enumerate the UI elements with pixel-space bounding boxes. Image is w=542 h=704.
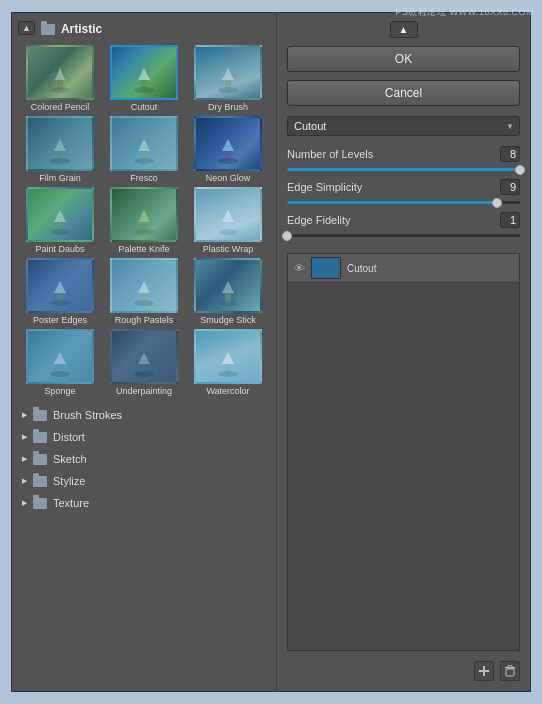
slider-label-fidelity: Edge Fidelity — [287, 214, 500, 226]
filter-item-smudge-stick[interactable]: Smudge Stick — [188, 258, 268, 325]
filter-label-underpainting: Underpainting — [116, 386, 172, 396]
category-item-stylize[interactable]: ▶ Stylize — [18, 470, 270, 492]
slider-label-levels: Number of Levels — [287, 148, 500, 160]
filter-label-palette-knife: Palette Knife — [118, 244, 169, 254]
svg-marker-3 — [138, 68, 150, 80]
svg-marker-9 — [54, 139, 66, 151]
svg-point-23 — [134, 229, 154, 235]
filter-item-watercolor[interactable]: Watercolor — [188, 329, 268, 396]
svg-rect-46 — [483, 666, 485, 676]
svg-marker-27 — [54, 281, 66, 293]
filter-thumb-cutout — [110, 45, 178, 100]
watermark-text: PS教程论坛 WWW.16XX8.COM — [395, 6, 534, 19]
svg-point-20 — [50, 229, 70, 235]
slider-track-levels — [287, 168, 520, 171]
new-layer-button[interactable] — [474, 661, 494, 681]
slider-thumb-levels[interactable] — [515, 165, 525, 175]
arrow-right-brush-strokes: ▶ — [22, 411, 27, 419]
filter-thumb-colored-pencil — [26, 45, 94, 100]
svg-point-35 — [218, 300, 238, 306]
left-panel: ▲ Artistic Colored Pencil — [12, 13, 277, 691]
filter-item-film-grain[interactable]: Film Grain — [20, 116, 100, 183]
category-item-sketch[interactable]: ▶ Sketch — [18, 448, 270, 470]
svg-rect-49 — [508, 666, 512, 668]
slider-value-fidelity: 1 — [500, 212, 520, 228]
svg-marker-42 — [222, 352, 234, 364]
svg-marker-33 — [222, 281, 234, 293]
svg-marker-21 — [138, 210, 150, 222]
filter-label-colored-pencil: Colored Pencil — [31, 102, 90, 112]
svg-marker-12 — [138, 139, 150, 151]
filter-label-paint-daubs: Paint Daubs — [35, 244, 84, 254]
filter-label-fresco: Fresco — [130, 173, 158, 183]
svg-rect-47 — [506, 669, 514, 676]
folder-icon-sketch — [33, 454, 47, 465]
filter-label-film-grain: Film Grain — [39, 173, 81, 183]
filter-item-plastic-wrap[interactable]: Plastic Wrap — [188, 187, 268, 254]
filter-thumb-watercolor — [194, 329, 262, 384]
layer-thumb-cutout — [311, 257, 341, 279]
svg-point-14 — [134, 158, 154, 164]
filter-thumb-poster-edges — [26, 258, 94, 313]
arrow-right-sketch: ▶ — [22, 455, 27, 463]
filter-item-rough-pastels[interactable]: Rough Pastels — [104, 258, 184, 325]
folder-icon-stylize — [33, 476, 47, 487]
arrow-right-stylize: ▶ — [22, 477, 27, 485]
bottom-toolbar — [287, 657, 520, 683]
slider-thumb-fidelity[interactable] — [282, 231, 292, 241]
svg-point-41 — [134, 371, 154, 377]
svg-point-11 — [50, 158, 70, 164]
filter-label-cutout: Cutout — [131, 102, 158, 112]
slider-thumb-simplicity[interactable] — [492, 198, 502, 208]
filter-thumb-underpainting — [110, 329, 178, 384]
category-item-distort[interactable]: ▶ Distort — [18, 426, 270, 448]
filter-item-neon-glow[interactable]: Neon Glow — [188, 116, 268, 183]
slider-row-fidelity: Edge Fidelity 1 — [287, 212, 520, 228]
filter-item-underpainting[interactable]: Underpainting — [104, 329, 184, 396]
slider-value-simplicity: 9 — [500, 179, 520, 195]
filter-item-paint-daubs[interactable]: Paint Daubs — [20, 187, 100, 254]
collapse-left-button[interactable]: ▲ — [390, 21, 418, 38]
filter-item-palette-knife[interactable]: Palette Knife — [104, 187, 184, 254]
filter-select[interactable]: Cutout — [287, 116, 520, 136]
filter-item-sponge[interactable]: Sponge — [20, 329, 100, 396]
delete-layer-button[interactable] — [500, 661, 520, 681]
eye-icon[interactable]: 👁 — [294, 262, 305, 274]
filter-label-dry-brush: Dry Brush — [208, 102, 248, 112]
expand-icon[interactable]: ▲ — [18, 21, 35, 35]
layer-row-cutout[interactable]: 👁 Cutout — [288, 254, 519, 283]
category-item-brush-strokes[interactable]: ▶ Brush Strokes — [18, 404, 270, 426]
artistic-category-label[interactable]: Artistic — [61, 22, 102, 36]
filter-thumb-smudge-stick — [194, 258, 262, 313]
filter-label-rough-pastels: Rough Pastels — [115, 315, 174, 325]
ok-button[interactable]: OK — [287, 46, 520, 72]
filter-item-fresco[interactable]: Fresco — [104, 116, 184, 183]
filter-thumb-palette-knife — [110, 187, 178, 242]
cancel-button[interactable]: Cancel — [287, 80, 520, 106]
slider-value-levels: 8 — [500, 146, 520, 162]
slider-fill-simplicity — [287, 201, 497, 204]
svg-point-17 — [218, 158, 238, 164]
category-label-stylize: Stylize — [53, 475, 85, 487]
sliders-group: Number of Levels 8 Edge Simplicity 9 — [287, 146, 520, 243]
arrow-right-distort: ▶ — [22, 433, 27, 441]
filter-thumb-neon-glow — [194, 116, 262, 171]
svg-marker-24 — [222, 210, 234, 222]
filter-item-poster-edges[interactable]: Poster Edges — [20, 258, 100, 325]
artistic-folder-icon — [41, 24, 55, 35]
svg-marker-15 — [222, 139, 234, 151]
svg-marker-39 — [138, 352, 150, 364]
right-panel: ▲ OK Cancel Cutout ▼ Number of Levels 8 — [277, 13, 530, 691]
category-label-sketch: Sketch — [53, 453, 87, 465]
svg-marker-30 — [138, 281, 150, 293]
filter-item-dry-brush[interactable]: Dry Brush — [188, 45, 268, 112]
category-item-texture[interactable]: ▶ Texture — [18, 492, 270, 514]
filter-item-colored-pencil[interactable]: Colored Pencil — [20, 45, 100, 112]
slider-row-levels: Number of Levels 8 — [287, 146, 520, 162]
category-label-distort: Distort — [53, 431, 85, 443]
filter-item-cutout[interactable]: Cutout — [104, 45, 184, 112]
svg-marker-18 — [54, 210, 66, 222]
layers-panel: 👁 Cutout — [287, 253, 520, 651]
svg-point-26 — [218, 229, 238, 235]
filter-label-plastic-wrap: Plastic Wrap — [203, 244, 253, 254]
